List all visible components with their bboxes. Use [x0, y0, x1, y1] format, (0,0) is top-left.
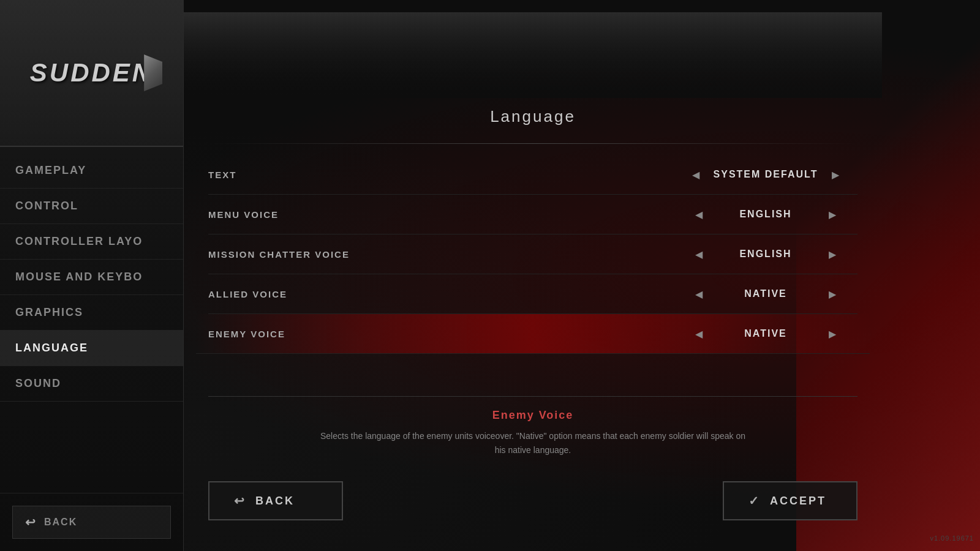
description-text: Selects the language of the enemy units …: [318, 429, 747, 457]
main-content: Language TEXT ◀ SYSTEM DEFAULT ▶ MENU VO…: [184, 0, 882, 551]
setting-control-mission-chatter: ◀ ENGLISH ▶: [674, 246, 858, 263]
sidebar-back-label: BACK: [44, 517, 77, 528]
allied-voice-arrow-right[interactable]: ▶: [824, 285, 841, 302]
accept-button-label: ACCEPT: [770, 495, 826, 508]
allied-voice-arrow-left[interactable]: ◀: [690, 285, 707, 302]
nav-menu: GAMEPLAY CONTROL CONTROLLER LAYO MOUSE A…: [0, 147, 183, 493]
setting-row-mission-chatter: MISSION CHATTER VOICE ◀ ENGLISH ▶: [208, 234, 858, 274]
back-button-label: BACK: [255, 495, 295, 508]
text-value: SYSTEM DEFAULT: [714, 169, 818, 180]
menu-voice-value: ENGLISH: [717, 209, 815, 220]
sidebar-item-controller-layout[interactable]: CONTROLLER LAYO: [0, 224, 183, 260]
menu-voice-arrow-left[interactable]: ◀: [690, 206, 707, 223]
accept-button[interactable]: ✓ ACCEPT: [723, 481, 858, 520]
sidebar-item-mouse-keyboard[interactable]: MOUSE AND KEYBO: [0, 260, 183, 295]
bottom-buttons: ↩ BACK ✓ ACCEPT: [208, 469, 858, 539]
setting-label-menu-voice: MENU VOICE: [208, 209, 674, 220]
sidebar-bottom: ↩ BACK: [0, 493, 183, 551]
enemy-voice-arrow-left[interactable]: ◀: [690, 325, 707, 342]
setting-control-allied-voice: ◀ NATIVE ▶: [674, 285, 858, 302]
settings-list: TEXT ◀ SYSTEM DEFAULT ▶ MENU VOICE ◀ ENG…: [208, 155, 858, 378]
text-arrow-left[interactable]: ◀: [687, 166, 704, 183]
sidebar-item-control[interactable]: CONTROL: [0, 189, 183, 224]
game-logo: SUDDEN: [30, 58, 153, 88]
setting-control-menu-voice: ◀ ENGLISH ▶: [674, 206, 858, 223]
back-arrow-icon: ↩: [25, 515, 37, 530]
setting-label-allied-voice: ALLIED VOICE: [208, 289, 674, 299]
setting-control-text: ◀ SYSTEM DEFAULT ▶: [674, 166, 858, 183]
setting-label-mission-chatter: MISSION CHATTER VOICE: [208, 249, 674, 260]
description-title: Enemy Voice: [208, 409, 858, 422]
setting-row-enemy-voice: ENEMY VOICE ◀ NATIVE ▶: [196, 314, 870, 354]
mission-chatter-arrow-right[interactable]: ▶: [824, 246, 841, 263]
page-title: Language: [208, 107, 858, 126]
allied-voice-value: NATIVE: [717, 288, 815, 299]
top-banner: [184, 12, 882, 98]
back-button[interactable]: ↩ BACK: [208, 481, 343, 520]
setting-row-allied-voice: ALLIED VOICE ◀ NATIVE ▶: [208, 274, 858, 314]
sidebar-item-language[interactable]: LANGUAGE: [0, 331, 183, 366]
setting-row-text: TEXT ◀ SYSTEM DEFAULT ▶: [208, 155, 858, 195]
mission-chatter-value: ENGLISH: [717, 249, 815, 260]
enemy-voice-value: NATIVE: [717, 328, 815, 339]
sidebar-item-gameplay[interactable]: GAMEPLAY: [0, 153, 183, 189]
setting-control-enemy-voice: ◀ NATIVE ▶: [674, 325, 858, 342]
setting-label-enemy-voice: ENEMY VOICE: [208, 329, 674, 339]
sidebar: SUDDEN GAMEPLAY CONTROL CONTROLLER LAYO …: [0, 0, 184, 551]
setting-label-text: TEXT: [208, 170, 674, 180]
sidebar-item-sound[interactable]: SOUND: [0, 366, 183, 402]
back-button-icon: ↩: [234, 493, 246, 508]
logo-area: SUDDEN: [0, 0, 183, 147]
description-area: Enemy Voice Selects the language of the …: [208, 396, 858, 469]
accept-button-icon: ✓: [748, 493, 761, 508]
mission-chatter-arrow-left[interactable]: ◀: [690, 246, 707, 263]
menu-voice-arrow-right[interactable]: ▶: [824, 206, 841, 223]
setting-row-menu-voice: MENU VOICE ◀ ENGLISH ▶: [208, 195, 858, 234]
text-arrow-right[interactable]: ▶: [827, 166, 844, 183]
sidebar-item-graphics[interactable]: GRAPHICS: [0, 295, 183, 331]
top-divider: [208, 143, 858, 144]
banner-overlay: [184, 12, 882, 98]
version-label: v1.09.19671: [930, 534, 974, 542]
sidebar-back-button[interactable]: ↩ BACK: [12, 506, 171, 539]
enemy-voice-arrow-right[interactable]: ▶: [824, 325, 841, 342]
